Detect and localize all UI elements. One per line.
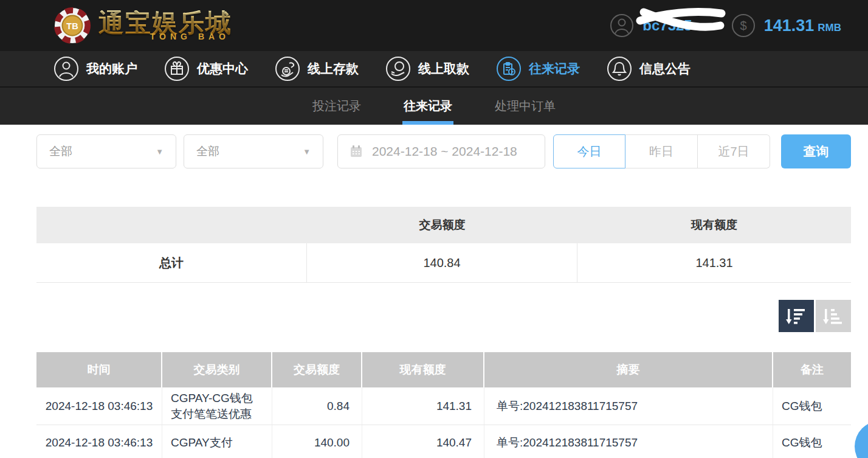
cell-summary: 单号:202412183811715757 [484,387,773,425]
cell-type: CGPAY支付 [162,425,272,458]
nav-item-my-account[interactable]: 我的账户 [53,56,137,82]
nav-label: 线上取款 [418,60,469,77]
table-header-row: 时间 交易类别 交易额度 现有额度 摘要 备注 [36,352,851,387]
header-amount: 交易额度 [272,352,362,387]
brand-logo[interactable]: TB 通宝娱乐城 TONG BAO [53,7,232,44]
tab-bet-records[interactable]: 投注记录 [311,88,362,125]
cell-time: 2024-12-18 03:46:13 [36,425,162,458]
svg-text:$: $ [740,19,746,32]
cell-type: CGPAY-CG钱包支付笔笔送优惠 [162,387,272,425]
content-area: 全部 ▼ 全部 ▼ 2024-12-18 ~ 2024-12-18 今日 昨日 … [0,134,868,458]
summary-header-transaction: 交易额度 [307,207,577,243]
header-balance: 现有额度 [362,352,484,387]
summary-total-label: 总计 [36,243,307,282]
chevron-down-icon: ▼ [156,147,164,156]
summary-header-balance: 现有额度 [577,207,851,243]
cell-balance: 141.31 [362,387,484,425]
balance-display[interactable]: $ 141.31RMB [731,13,841,38]
summary-total-transaction: 140.84 [307,243,577,282]
cell-balance: 140.47 [362,425,484,458]
svg-text:$: $ [398,63,401,70]
cell-remark: CG钱包 [773,387,851,425]
date-range-value: 2024-12-18 ~ 2024-12-18 [372,144,517,159]
tab-transaction-records[interactable]: 往来记录 [402,88,453,125]
nav-item-deposit[interactable]: 线上存款 [275,56,359,82]
header-summary: 摘要 [484,352,773,387]
nav-item-promotions[interactable]: 优惠中心 [164,56,248,82]
user-icon [610,13,634,38]
balance-currency: RMB [818,22,841,33]
records-icon [496,56,522,82]
nav-label: 线上存款 [308,60,359,77]
sort-ascending-button[interactable] [816,300,851,332]
username-text: bc7325 [642,17,692,34]
calendar-icon [349,144,363,159]
summary-header-empty [36,207,307,243]
table-row[interactable]: 2024-12-18 03:46:13 CGPAY支付 140.00 140.4… [36,425,851,458]
tab-pending-orders[interactable]: 处理中订单 [494,88,557,125]
main-nav: 我的账户 优惠中心 线上存款 $ 线上取款 往来记录 信息公告 [0,51,868,88]
bell-icon [607,56,632,82]
chevron-down-icon: ▼ [303,147,311,156]
top-header: TB 通宝娱乐城 TONG BAO bc7325 $ 141.31RMB [0,0,868,51]
header-type: 交易类别 [162,352,272,387]
poker-chip-icon: TB [53,7,91,44]
deposit-icon [275,56,300,82]
nav-label: 往来记录 [529,60,580,77]
nav-item-transaction-records[interactable]: 往来记录 [496,56,580,82]
summary-table: 交易额度 现有额度 总计 140.84 141.31 [36,207,851,283]
withdraw-icon: $ [385,56,411,82]
nav-label: 信息公告 [639,60,691,77]
svg-text:TB: TB [66,21,78,31]
nav-item-withdraw[interactable]: $ 线上取款 [385,56,469,82]
category-select[interactable]: 全部 ▼ [184,134,323,168]
nav-label: 我的账户 [86,60,137,77]
summary-total-row: 总计 140.84 141.31 [36,243,851,282]
cell-amount: 0.84 [272,387,362,425]
sort-ascending-icon [823,307,844,326]
header-remark: 备注 [773,352,851,387]
filter-row: 全部 ▼ 全部 ▼ 2024-12-18 ~ 2024-12-18 今日 昨日 … [36,134,851,168]
summary-header-row: 交易额度 现有额度 [36,207,851,243]
gift-icon [164,56,190,82]
search-button[interactable]: 查询 [781,134,851,168]
dollar-circle-icon: $ [731,13,756,38]
date-range-input[interactable]: 2024-12-18 ~ 2024-12-18 [337,134,545,168]
type-select-value: 全部 [49,144,72,159]
table-row[interactable]: 2024-12-18 03:46:13 CGPAY-CG钱包支付笔笔送优惠 0.… [36,387,851,425]
cell-time: 2024-12-18 03:46:13 [36,387,162,425]
last7days-button[interactable]: 近7日 [698,134,770,168]
summary-total-balance: 141.31 [577,243,851,282]
cell-amount: 140.00 [272,425,362,458]
account-icon [53,56,79,82]
transactions-table: 时间 交易类别 交易额度 现有额度 摘要 备注 2024-12-18 03:46… [36,352,851,458]
category-select-value: 全部 [196,144,219,159]
sort-descending-button[interactable] [779,300,814,332]
nav-label: 优惠中心 [197,60,248,77]
yesterday-button[interactable]: 昨日 [625,134,698,168]
cell-remark: CG钱包 [773,425,851,458]
sort-descending-icon [786,307,807,326]
cell-summary: 单号:202412183811715757 [484,425,773,458]
balance-amount: 141.31 [764,16,815,35]
header-time: 时间 [36,352,162,387]
sort-controls [36,300,851,332]
quick-date-group: 今日 昨日 近7日 [553,134,770,168]
user-account[interactable]: bc7325 [610,13,692,38]
type-select[interactable]: 全部 ▼ [36,134,176,168]
nav-item-announcements[interactable]: 信息公告 [607,56,691,82]
today-button[interactable]: 今日 [553,134,625,168]
record-tabs: 投注记录 往来记录 处理中订单 [0,88,868,125]
brand-subname: TONG BAO [98,32,232,41]
